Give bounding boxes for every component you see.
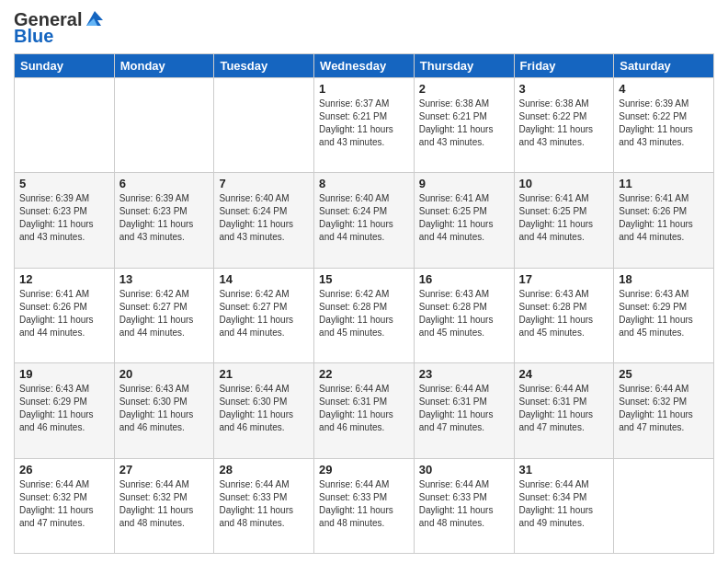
day-number: 28 <box>219 463 309 477</box>
day-number: 8 <box>319 177 409 190</box>
day-info: Sunrise: 6:39 AM Sunset: 6:22 PM Dayligh… <box>619 98 709 149</box>
day-number: 20 <box>119 367 210 381</box>
day-number: 18 <box>619 272 709 286</box>
day-number: 9 <box>419 177 509 190</box>
day-number: 10 <box>519 177 609 190</box>
day-info: Sunrise: 6:40 AM Sunset: 6:24 PM Dayligh… <box>219 192 309 244</box>
day-cell: 2Sunrise: 6:38 AM Sunset: 6:21 PM Daylig… <box>414 78 514 173</box>
day-cell: 6Sunrise: 6:39 AM Sunset: 6:23 PM Daylig… <box>114 173 214 268</box>
day-number: 29 <box>319 463 409 477</box>
day-cell: 9Sunrise: 6:41 AM Sunset: 6:25 PM Daylig… <box>414 173 514 268</box>
col-header-thursday: Thursday <box>414 54 514 78</box>
header-row: SundayMondayTuesdayWednesdayThursdayFrid… <box>15 54 714 78</box>
day-cell: 28Sunrise: 6:44 AM Sunset: 6:33 PM Dayli… <box>214 458 314 553</box>
day-info: Sunrise: 6:42 AM Sunset: 6:27 PM Dayligh… <box>119 288 210 339</box>
day-number: 30 <box>419 463 509 477</box>
day-number: 11 <box>619 177 709 190</box>
day-cell: 7Sunrise: 6:40 AM Sunset: 6:24 PM Daylig… <box>214 173 314 268</box>
day-info: Sunrise: 6:43 AM Sunset: 6:28 PM Dayligh… <box>519 288 609 339</box>
day-number: 6 <box>119 177 210 190</box>
day-cell <box>214 78 314 173</box>
day-info: Sunrise: 6:39 AM Sunset: 6:23 PM Dayligh… <box>119 192 210 244</box>
day-cell: 26Sunrise: 6:44 AM Sunset: 6:32 PM Dayli… <box>15 458 115 553</box>
day-number: 19 <box>19 367 109 381</box>
col-header-sunday: Sunday <box>15 54 115 78</box>
day-cell: 31Sunrise: 6:44 AM Sunset: 6:34 PM Dayli… <box>514 458 614 553</box>
day-info: Sunrise: 6:41 AM Sunset: 6:26 PM Dayligh… <box>19 288 109 339</box>
col-header-saturday: Saturday <box>614 54 714 78</box>
day-number: 24 <box>519 367 609 381</box>
day-info: Sunrise: 6:42 AM Sunset: 6:27 PM Dayligh… <box>219 288 309 339</box>
day-info: Sunrise: 6:44 AM Sunset: 6:34 PM Dayligh… <box>519 478 609 530</box>
day-cell: 27Sunrise: 6:44 AM Sunset: 6:32 PM Dayli… <box>114 458 214 553</box>
day-info: Sunrise: 6:38 AM Sunset: 6:22 PM Dayligh… <box>519 98 609 149</box>
col-header-wednesday: Wednesday <box>314 54 415 78</box>
day-info: Sunrise: 6:44 AM Sunset: 6:31 PM Dayligh… <box>319 383 409 434</box>
day-info: Sunrise: 6:40 AM Sunset: 6:24 PM Dayligh… <box>319 192 409 244</box>
calendar-table: SundayMondayTuesdayWednesdayThursdayFrid… <box>14 53 714 554</box>
logo: General Blue <box>14 9 105 46</box>
day-info: Sunrise: 6:44 AM Sunset: 6:33 PM Dayligh… <box>319 478 409 530</box>
day-number: 5 <box>19 177 109 190</box>
day-cell: 20Sunrise: 6:43 AM Sunset: 6:30 PM Dayli… <box>114 363 214 458</box>
week-row-3: 12Sunrise: 6:41 AM Sunset: 6:26 PM Dayli… <box>15 268 714 362</box>
day-number: 3 <box>519 82 609 96</box>
logo-blue: Blue <box>14 26 105 46</box>
day-number: 17 <box>519 272 609 286</box>
day-info: Sunrise: 6:43 AM Sunset: 6:30 PM Dayligh… <box>119 383 210 434</box>
day-cell: 24Sunrise: 6:44 AM Sunset: 6:31 PM Dayli… <box>514 363 614 458</box>
day-cell: 8Sunrise: 6:40 AM Sunset: 6:24 PM Daylig… <box>314 173 415 268</box>
day-cell: 3Sunrise: 6:38 AM Sunset: 6:22 PM Daylig… <box>514 78 614 173</box>
day-cell <box>15 78 115 173</box>
day-info: Sunrise: 6:41 AM Sunset: 6:25 PM Dayligh… <box>419 192 509 244</box>
day-number: 12 <box>19 272 109 286</box>
day-number: 13 <box>119 272 210 286</box>
day-info: Sunrise: 6:44 AM Sunset: 6:30 PM Dayligh… <box>219 383 309 434</box>
day-cell: 10Sunrise: 6:41 AM Sunset: 6:25 PM Dayli… <box>514 173 614 268</box>
day-number: 4 <box>619 82 709 96</box>
day-info: Sunrise: 6:44 AM Sunset: 6:31 PM Dayligh… <box>519 383 609 434</box>
day-info: Sunrise: 6:37 AM Sunset: 6:21 PM Dayligh… <box>319 98 409 149</box>
day-info: Sunrise: 6:44 AM Sunset: 6:32 PM Dayligh… <box>19 478 109 530</box>
day-number: 14 <box>219 272 309 286</box>
day-number: 16 <box>419 272 509 286</box>
day-cell: 13Sunrise: 6:42 AM Sunset: 6:27 PM Dayli… <box>114 268 214 362</box>
day-cell: 11Sunrise: 6:41 AM Sunset: 6:26 PM Dayli… <box>614 173 714 268</box>
day-info: Sunrise: 6:44 AM Sunset: 6:31 PM Dayligh… <box>419 383 509 434</box>
day-number: 22 <box>319 367 409 381</box>
header: General Blue <box>14 9 714 46</box>
day-number: 21 <box>219 367 309 381</box>
day-cell: 29Sunrise: 6:44 AM Sunset: 6:33 PM Dayli… <box>314 458 415 553</box>
day-info: Sunrise: 6:38 AM Sunset: 6:21 PM Dayligh… <box>419 98 509 149</box>
col-header-monday: Monday <box>114 54 214 78</box>
day-cell: 16Sunrise: 6:43 AM Sunset: 6:28 PM Dayli… <box>414 268 514 362</box>
day-info: Sunrise: 6:39 AM Sunset: 6:23 PM Dayligh… <box>19 192 109 244</box>
day-number: 2 <box>419 82 509 96</box>
day-info: Sunrise: 6:44 AM Sunset: 6:32 PM Dayligh… <box>119 478 210 530</box>
day-cell: 1Sunrise: 6:37 AM Sunset: 6:21 PM Daylig… <box>314 78 415 173</box>
day-cell: 30Sunrise: 6:44 AM Sunset: 6:33 PM Dayli… <box>414 458 514 553</box>
day-cell: 15Sunrise: 6:42 AM Sunset: 6:28 PM Dayli… <box>314 268 415 362</box>
day-info: Sunrise: 6:44 AM Sunset: 6:33 PM Dayligh… <box>219 478 309 530</box>
week-row-2: 5Sunrise: 6:39 AM Sunset: 6:23 PM Daylig… <box>15 173 714 268</box>
page: General Blue SundayMondayTuesdayWednesda… <box>0 0 728 563</box>
day-cell <box>614 458 714 553</box>
day-cell: 17Sunrise: 6:43 AM Sunset: 6:28 PM Dayli… <box>514 268 614 362</box>
col-header-tuesday: Tuesday <box>214 54 314 78</box>
week-row-1: 1Sunrise: 6:37 AM Sunset: 6:21 PM Daylig… <box>15 78 714 173</box>
day-info: Sunrise: 6:41 AM Sunset: 6:25 PM Dayligh… <box>519 192 609 244</box>
day-cell: 4Sunrise: 6:39 AM Sunset: 6:22 PM Daylig… <box>614 78 714 173</box>
day-info: Sunrise: 6:41 AM Sunset: 6:26 PM Dayligh… <box>619 192 709 244</box>
day-info: Sunrise: 6:42 AM Sunset: 6:28 PM Dayligh… <box>319 288 409 339</box>
day-info: Sunrise: 6:43 AM Sunset: 6:29 PM Dayligh… <box>619 288 709 339</box>
day-cell: 18Sunrise: 6:43 AM Sunset: 6:29 PM Dayli… <box>614 268 714 362</box>
day-number: 7 <box>219 177 309 190</box>
day-cell: 12Sunrise: 6:41 AM Sunset: 6:26 PM Dayli… <box>15 268 115 362</box>
day-cell: 22Sunrise: 6:44 AM Sunset: 6:31 PM Dayli… <box>314 363 415 458</box>
day-cell <box>114 78 214 173</box>
day-number: 15 <box>319 272 409 286</box>
day-number: 31 <box>519 463 609 477</box>
day-number: 23 <box>419 367 509 381</box>
day-info: Sunrise: 6:44 AM Sunset: 6:33 PM Dayligh… <box>419 478 509 530</box>
day-info: Sunrise: 6:43 AM Sunset: 6:28 PM Dayligh… <box>419 288 509 339</box>
